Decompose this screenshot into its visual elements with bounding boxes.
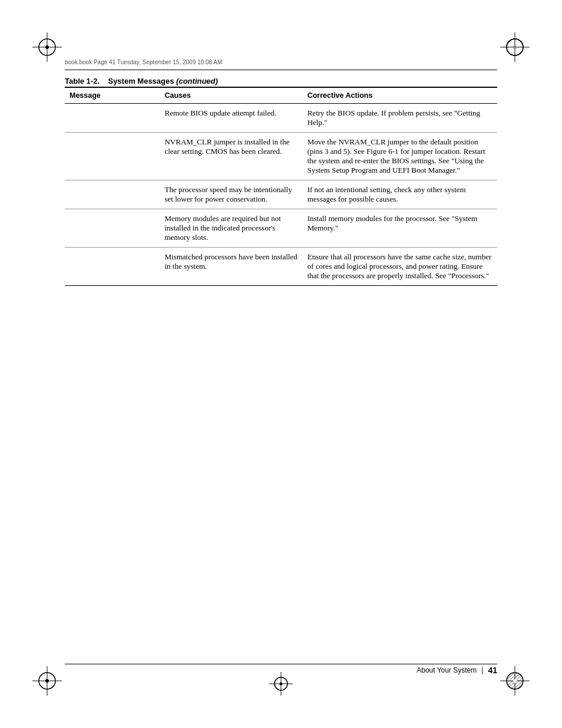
cell-message-3 [65, 209, 160, 248]
svg-point-17 [513, 679, 517, 683]
cell-causes-1: NVRAM_CLR jumper is installed in the cle… [160, 133, 302, 180]
col-header-actions: Corrective Actions [303, 87, 497, 104]
table-row: Remote BIOS update attempt failed.Retry … [65, 104, 497, 133]
cell-actions-3: Install memory modules for the processor… [303, 209, 497, 248]
col-header-message: Message [65, 87, 160, 104]
col-header-causes: Causes [160, 87, 302, 104]
corner-mark-bl [32, 666, 62, 696]
content-area: Table 1-2. System Messages (continued) M… [65, 77, 497, 651]
svg-point-3 [45, 45, 49, 49]
cell-actions-2: If not an intentional setting, check any… [303, 180, 497, 209]
page-container: book.book Page 41 Tuesday, September 15,… [0, 0, 562, 728]
cell-causes-2: The processor speed may be intentionally… [160, 180, 302, 209]
footer-section: About Your System [416, 666, 477, 674]
bottom-center-mark [269, 672, 293, 696]
corner-mark-tr [500, 32, 530, 62]
header-text: book.book Page 41 Tuesday, September 15,… [65, 59, 222, 65]
cell-causes-3: Memory modules are required but not inst… [160, 209, 302, 248]
svg-point-7 [513, 45, 517, 49]
footer-page-number: 41 [488, 666, 497, 675]
cell-message-2 [65, 180, 160, 209]
table-row: NVRAM_CLR jumper is installed in the cle… [65, 133, 497, 180]
svg-point-12 [45, 679, 49, 683]
cell-actions-1: Move the NVRAM_CLR jumper to the default… [303, 133, 497, 180]
system-messages-table: Message Causes Corrective Actions Remote… [65, 87, 497, 286]
cell-causes-0: Remote BIOS update attempt failed. [160, 104, 302, 133]
footer: About Your System | 41 [65, 666, 497, 675]
header-line: book.book Page 41 Tuesday, September 15,… [65, 59, 497, 65]
table-title: Table 1-2. System Messages (continued) [65, 77, 497, 85]
table-subject: System Messages [108, 77, 174, 85]
table-row: The processor speed may be intentionally… [65, 180, 497, 209]
rule-bottom [65, 664, 497, 664]
cell-actions-0: Retry the BIOS update. If problem persis… [303, 104, 497, 133]
table-continued: (continued) [176, 77, 218, 85]
corner-mark-br [500, 666, 530, 696]
cell-message-1 [65, 133, 160, 180]
corner-mark-tl [32, 32, 62, 62]
footer-separator: | [481, 666, 483, 674]
rule-top [65, 70, 497, 70]
cell-message-0 [65, 104, 160, 133]
table-number: Table 1-2. [65, 77, 100, 85]
table-header-row: Message Causes Corrective Actions [65, 87, 497, 104]
cell-actions-4: Ensure that all processors have the same… [303, 248, 497, 286]
table-row: Mismatched processors have been installe… [65, 248, 497, 286]
svg-point-21 [280, 683, 283, 686]
cell-causes-4: Mismatched processors have been installe… [160, 248, 302, 286]
cell-message-4 [65, 248, 160, 286]
table-row: Memory modules are required but not inst… [65, 209, 497, 248]
